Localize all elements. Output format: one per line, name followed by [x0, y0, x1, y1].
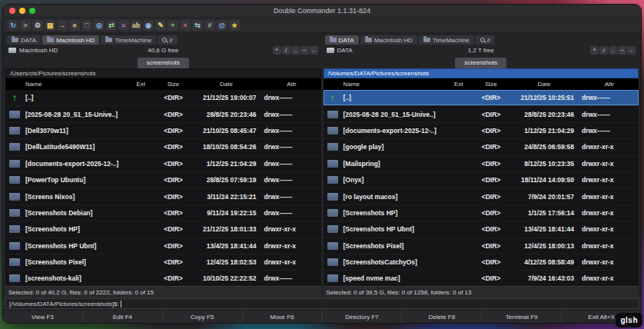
file-row[interactable]: [Dell3070w11]<DIR>21/10/25 08:45:47drwx-…	[5, 123, 321, 139]
file-row[interactable]: [Screenshots HP]<DIR>1/1/25 17:56:14drwx…	[324, 205, 639, 221]
refresh-icon[interactable]: ↻	[8, 20, 18, 31]
tab-macintosh-hd[interactable]: Macintosh HD	[42, 35, 99, 45]
tab-data[interactable]: DATA	[7, 35, 41, 45]
file-row[interactable]: [ScreenshotsCatchyOs]<DIR>4/12/25 08:58:…	[324, 254, 639, 271]
fn-copy-f5[interactable]: Copy F5	[163, 311, 243, 323]
file-attr: drwxr-xr-x	[580, 176, 639, 184]
copy-icon[interactable]: ▤	[45, 20, 55, 31]
file-row[interactable]: [ro layout macos]<DIR>7/9/24 20:01:57drw…	[324, 188, 639, 204]
dir-history-button[interactable]: -	[627, 46, 636, 55]
file-row[interactable]: [2025-08-28 20_51_15-Unive..]<DIR>28/8/2…	[324, 106, 639, 122]
panel-status-bar: Selected: 0 of 40,2 G, files: 0 of 2222,…	[5, 286, 321, 297]
file-attr: drwx------	[580, 111, 639, 118]
column-header-ext[interactable]: Ext	[135, 81, 157, 88]
new-folder-icon[interactable]: +	[168, 20, 178, 31]
tab-timemachine[interactable]: TimeMachine	[419, 35, 474, 45]
file-row[interactable]: [Screenshots HP Ubnt]<DIR>13/4/25 18:41:…	[324, 221, 639, 238]
file-date: 28/8/25 20:23:46	[191, 111, 263, 118]
home-dir-button[interactable]: ~	[300, 46, 309, 55]
view-icon[interactable]: ◉	[143, 20, 154, 31]
file-row[interactable]: [Screens Nixos]<DIR>3/11/24 22:15:21drwx…	[5, 188, 321, 204]
multi-rename-icon[interactable]: ab	[131, 20, 141, 31]
folder-icon	[324, 160, 342, 168]
run-terminal-icon[interactable]: >	[20, 20, 31, 31]
file-row[interactable]: [documents-export-2025-12-..]<DIR>1/12/2…	[324, 123, 639, 139]
file-row[interactable]: [PowerTop Ubuntu]<DIR>28/8/25 07:59:19dr…	[5, 172, 321, 188]
compare-icon[interactable]: ≡	[118, 20, 129, 31]
search-icon	[162, 38, 167, 42]
home-dir-button[interactable]: ~	[618, 46, 626, 55]
fn-terminal-f9[interactable]: Terminal F9	[482, 311, 562, 323]
tab-item[interactable]: //	[158, 35, 177, 45]
path-bar[interactable]: /Volumes/DATA/Pictures/screenshots	[324, 68, 639, 78]
tab-item[interactable]: //	[476, 35, 495, 45]
file-row[interactable]: [Screenshots Debian]<DIR>9/11/24 19:22:1…	[5, 205, 321, 221]
column-header-date[interactable]: Date	[191, 81, 263, 88]
tab-data[interactable]: DATA	[325, 35, 359, 45]
fn-edit-f4[interactable]: Edit F4	[83, 311, 163, 323]
file-attr: drwxr-xr-x	[580, 193, 639, 201]
fn-view-f3[interactable]: View F3	[3, 311, 83, 323]
swap-panels-icon[interactable]: ⇆	[192, 20, 203, 31]
file-row[interactable]: [speed nvme mac]<DIR>7/9/24 16:43:03drwx…	[324, 271, 639, 286]
column-header-ext[interactable]: Ext	[453, 81, 474, 88]
file-row[interactable]: [google play]<DIR>24/8/25 06:59:58drwxr-…	[324, 139, 639, 155]
column-header-name[interactable]: Name	[24, 81, 135, 88]
folder-icon	[327, 258, 338, 266]
column-header-name[interactable]: Name	[342, 81, 453, 88]
favorites-icon[interactable]: ★	[229, 20, 240, 31]
file-row[interactable]: [Screenshots Pixel]<DIR>12/4/25 18:02:53…	[5, 254, 321, 271]
column-header-size[interactable]: Size	[474, 81, 508, 88]
file-row[interactable]: [Onyx]<DIR>18/11/24 14:09:50drwxr-xr-x	[324, 172, 639, 188]
drive-name[interactable]: Macintosh HD	[19, 47, 58, 54]
folder-icon	[5, 258, 24, 266]
unpack-icon[interactable]: □	[81, 20, 92, 31]
column-header-attr[interactable]: Attr	[263, 81, 321, 88]
file-row[interactable]: ↑[..]<DIR>21/12/25 10:25:51drwx------	[324, 90, 639, 106]
file-row[interactable]: [2025-08-28 20_51_15-Unive..]<DIR>28/8/2…	[5, 106, 321, 122]
parent-dir-button[interactable]: ..	[291, 46, 300, 55]
file-row[interactable]: [Screenshots Pixel]<DIR>12/4/25 18:00:13…	[324, 238, 639, 254]
file-size: <DIR>	[474, 176, 508, 184]
file-row[interactable]: [documents-export-2025-12-..]<DIR>1/12/2…	[5, 156, 321, 172]
tree-view-icon[interactable]: #	[204, 20, 215, 31]
root-dir-button[interactable]: /	[599, 46, 608, 55]
column-header-date[interactable]: Date	[508, 81, 580, 88]
sync-dirs-icon[interactable]: ⇄	[106, 20, 117, 31]
pack-icon[interactable]: ■	[69, 20, 80, 31]
drive-name[interactable]: DATA	[337, 47, 353, 54]
options-icon[interactable]: ⚙	[32, 20, 43, 31]
file-row[interactable]: [Screenshots HP]<DIR>21/12/25 18:01:33dr…	[5, 221, 321, 238]
network-icon[interactable]: @	[217, 20, 227, 31]
drive-select-button[interactable]: *	[273, 46, 281, 55]
dir-history-button[interactable]: -	[310, 46, 318, 55]
drive-select-button[interactable]: *	[590, 46, 599, 55]
folder-icon	[9, 209, 20, 217]
command-line[interactable]: [/Volumes/DATA/Pictures/screenshots]$:	[5, 298, 639, 309]
column-header-attr[interactable]: Attr	[580, 81, 639, 88]
active-directory-tab[interactable]: screenshots	[455, 58, 506, 68]
file-row[interactable]: [DellLatitude5490W11]<DIR>18/10/25 08:54…	[5, 139, 321, 155]
file-row[interactable]: ↑[..]<DIR>21/12/25 19:00:07drwx------	[5, 90, 321, 106]
folder-icon	[324, 225, 342, 233]
active-directory-tab[interactable]: screenshots	[138, 58, 189, 68]
delete-icon[interactable]: ×	[180, 20, 191, 31]
file-row[interactable]: [Screenshots HP Ubnt]<DIR>13/4/25 18:41:…	[5, 238, 321, 254]
tab-macintosh-hd[interactable]: Macintosh HD	[360, 35, 417, 45]
tab-timemachine[interactable]: TimeMachine	[101, 35, 156, 45]
root-dir-button[interactable]: /	[282, 46, 290, 55]
move-icon[interactable]: →	[57, 20, 68, 31]
fn-delete-f8[interactable]: Delete F8	[402, 311, 482, 323]
find-files-icon[interactable]: ◎	[94, 20, 105, 31]
column-header-size[interactable]: Size	[157, 81, 191, 88]
edit-icon[interactable]: ✎	[155, 20, 166, 31]
parent-dir-button[interactable]: ..	[609, 46, 617, 55]
file-size: <DIR>	[157, 176, 191, 184]
path-bar[interactable]: /Users/cls/Pictures/screenshots	[5, 68, 321, 78]
file-row[interactable]: [screenshots-kali]<DIR>10/10/25 22:22:52…	[5, 271, 321, 286]
file-row[interactable]: [Mailspring]<DIR>8/12/25 10:23:35drwxr-x…	[324, 156, 639, 172]
folder-icon	[5, 274, 24, 282]
tab-label: Macintosh HD	[374, 37, 413, 44]
fn-directory-f7[interactable]: Directory F7	[323, 311, 403, 323]
fn-move-f6[interactable]: Move F6	[243, 311, 323, 323]
